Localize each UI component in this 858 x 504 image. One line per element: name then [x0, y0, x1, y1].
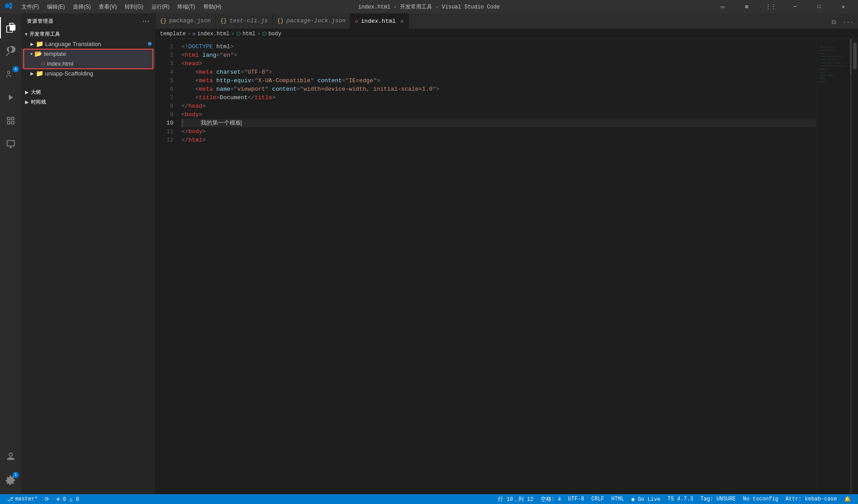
breadcrumb-index-html[interactable]: index.html: [197, 31, 229, 37]
breadcrumb-tag-icon: ⬡: [236, 31, 241, 37]
more-actions-button[interactable]: ···: [842, 16, 854, 29]
tab-package-lock-label: package-lock.json: [286, 17, 346, 24]
status-language[interactable]: HTML: [608, 494, 628, 504]
split-editor-button[interactable]: ⧉: [828, 16, 840, 29]
minimap: <!DOCTYPE html> <html lang="en"> <head> …: [816, 39, 852, 494]
tab-index-html-close[interactable]: ✕: [400, 17, 404, 25]
branch-icon: ⎇: [7, 496, 13, 503]
status-errors[interactable]: ⊗ 0 △ 0: [53, 494, 82, 504]
project-label: 开发常用工具: [29, 31, 60, 38]
activity-run[interactable]: [0, 87, 21, 108]
code-content[interactable]: <!DOCTYPE html> <html lang="en"> <head> …: [178, 39, 816, 494]
menu-run[interactable]: 运行(R): [148, 2, 173, 12]
lineending-label: CRLF: [591, 496, 604, 502]
status-tag[interactable]: Tag: UNSURE: [697, 494, 739, 504]
tab-index-html[interactable]: ◇ index.html ✕: [350, 13, 409, 29]
activity-account[interactable]: [0, 446, 21, 467]
outline-label: 大纲: [31, 89, 41, 96]
activity-explorer[interactable]: [0, 17, 21, 38]
activity-search[interactable]: [0, 40, 21, 62]
breadcrumb-html-icon: ◇: [193, 31, 196, 37]
sidebar-title-label: 资源管理器: [27, 18, 54, 25]
menu-help[interactable]: 帮助(H): [200, 2, 225, 12]
template-label: template: [44, 50, 66, 57]
sidebar-item-uniapp[interactable]: ▶ 📁 uniapp-Scaffolding: [21, 68, 155, 78]
scrollbar-thumb[interactable]: [853, 42, 857, 69]
status-nots[interactable]: No tsconfig: [740, 494, 782, 504]
tab-index-html-label: index.html: [361, 18, 396, 25]
breadcrumb: template › ◇ index.html › ⬡ html › ⬡ bod…: [156, 29, 858, 39]
sidebar-item-index-html[interactable]: ◇ index.html: [21, 59, 155, 68]
breadcrumb-html[interactable]: html: [243, 31, 256, 37]
vscode-logo-icon: [4, 2, 13, 12]
errors-label: ⊗ 0 △ 0: [56, 496, 79, 503]
status-line-col[interactable]: 行 10，列 12: [494, 494, 537, 504]
tab-package-lock-icon: {}: [277, 18, 283, 24]
spaces-label: 空格: 4: [541, 496, 561, 503]
project-header[interactable]: ▾ 开发常用工具: [21, 29, 155, 39]
breadcrumb-sep-2: ›: [231, 31, 234, 37]
breadcrumb-template[interactable]: template: [160, 31, 186, 37]
code-line-10: 我的第一个模板: [181, 119, 816, 127]
breadcrumb-body[interactable]: body: [269, 31, 282, 37]
branch-label: master*: [15, 496, 38, 502]
lt-modified-indicator: [148, 42, 151, 46]
tabs-right-controls: ⧉ ···: [828, 16, 858, 29]
status-golive[interactable]: ◉ Go Live: [628, 494, 664, 504]
tab-package-json-label: package.json: [169, 17, 211, 24]
status-notification[interactable]: 🔔: [841, 494, 854, 504]
activity-extensions[interactable]: [0, 110, 21, 131]
outline-header[interactable]: ▶ 大纲: [21, 87, 155, 97]
vertical-scrollbar[interactable]: [852, 39, 858, 494]
maximize-button[interactable]: □: [809, 0, 829, 13]
uniapp-chevron-icon: ▶: [30, 71, 34, 76]
status-branch[interactable]: ⎇ master*: [4, 494, 41, 504]
sync-icon: ⟳: [45, 496, 49, 503]
settings-badge: 1: [13, 472, 19, 478]
menu-select[interactable]: 选择(S): [69, 2, 94, 12]
uniapp-folder-icon: 📁: [36, 70, 43, 77]
activity-remote[interactable]: [0, 133, 21, 155]
tab-test-cli[interactable]: {} test-cli.js: [216, 13, 273, 29]
status-attr[interactable]: Attr: kebab-case: [782, 494, 841, 504]
status-ts[interactable]: TS 4.7.3: [664, 494, 697, 504]
tab-package-json[interactable]: {} package.json: [156, 13, 216, 29]
status-lineending[interactable]: CRLF: [588, 494, 608, 504]
sidebar-more-button[interactable]: ···: [143, 17, 150, 25]
sidebar-item-template[interactable]: ▾ 📂 template: [21, 49, 155, 59]
code-line-9: <body>: [181, 110, 816, 119]
menu-view[interactable]: 查看(V): [95, 2, 120, 12]
bell-icon: 🔔: [844, 496, 851, 503]
tabs-bar: {} package.json {} test-cli.js {} packag…: [156, 13, 858, 29]
activity-bar: 4 1: [0, 13, 21, 494]
status-spaces[interactable]: 空格: 4: [537, 494, 565, 504]
editor-area: 1 2 3 4 5 6 7 8 9 10 11 12 <!DOCTYPE htm…: [156, 39, 858, 494]
code-line-2: <html lang="en">: [181, 51, 816, 59]
minimize-button[interactable]: ─: [785, 0, 805, 13]
sidebar-item-language-translation[interactable]: ▶ 📁 Language Translation: [21, 39, 155, 49]
menu-edit[interactable]: 编辑(E): [43, 2, 68, 12]
status-encoding[interactable]: UTF-8: [564, 494, 588, 504]
minimap-scrollbar-thumb[interactable]: [850, 39, 852, 75]
activity-source-control[interactable]: 4: [0, 63, 21, 85]
activity-bar-bottom: 1: [0, 446, 21, 494]
menu-file[interactable]: 文件(F): [18, 2, 42, 12]
language-label: HTML: [611, 496, 624, 502]
status-sync[interactable]: ⟳: [41, 494, 53, 504]
tag-label: Tag: UNSURE: [700, 496, 736, 502]
code-line-12: </html>: [181, 136, 816, 144]
explorer-content: ▾ 开发常用工具 ▶ 📁 Language Translation: [21, 29, 155, 494]
menu-terminal[interactable]: 终端(T): [174, 2, 198, 12]
window-title: index.html - 开发常用工具 - Visual Studio Code: [358, 3, 500, 11]
lt-chevron-icon: ▶: [30, 42, 34, 46]
close-button[interactable]: ✕: [833, 0, 854, 13]
menu-goto[interactable]: 转到(G): [121, 2, 147, 12]
split-icon[interactable]: ⊞: [736, 0, 757, 13]
status-right: 行 10，列 12 空格: 4 UTF-8 CRLF HTML ◉ Go Liv…: [494, 494, 854, 504]
line-numbers: 1 2 3 4 5 6 7 8 9 10 11 12: [156, 39, 178, 494]
timeline-header[interactable]: ▶ 时间线: [21, 97, 155, 107]
activity-settings[interactable]: 1: [0, 469, 21, 491]
tab-package-lock[interactable]: {} package-lock.json: [273, 13, 350, 29]
grid-icon[interactable]: ⋮⋮: [761, 0, 781, 13]
layout-icon[interactable]: ▭: [712, 0, 733, 13]
